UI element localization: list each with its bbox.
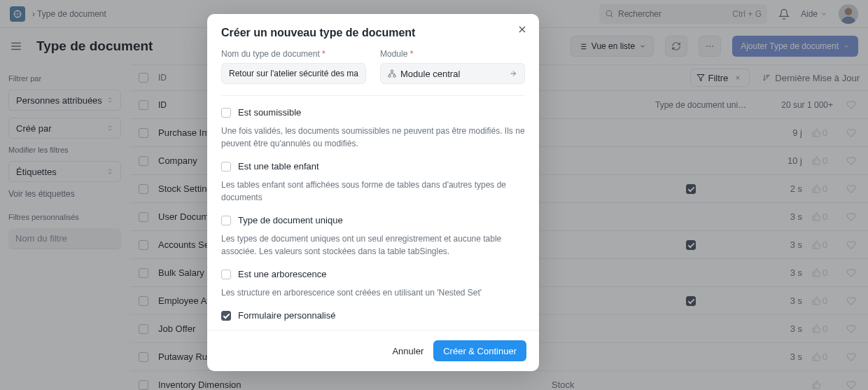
module-input[interactable]: Module central xyxy=(380,63,525,84)
unique-checkbox[interactable] xyxy=(221,216,231,225)
name-label: Nom du type de document * xyxy=(221,49,366,59)
tree-desc: Les structure en arborescence sont créée… xyxy=(221,286,525,303)
modal-title: Créer un nouveau type de document xyxy=(221,27,525,39)
tree-checkbox[interactable] xyxy=(221,270,231,279)
submissible-desc: Une fois validés, les documents soumissi… xyxy=(221,125,525,154)
child-table-checkbox[interactable] xyxy=(221,162,231,172)
create-doctype-modal: Créer un nouveau type de document Nom du… xyxy=(207,14,539,371)
svg-rect-9 xyxy=(393,75,396,77)
name-input[interactable] xyxy=(221,63,366,84)
arrow-right-icon[interactable] xyxy=(509,69,517,78)
submissible-checkbox[interactable] xyxy=(221,108,231,118)
create-continue-button[interactable]: Créer & Continuer xyxy=(433,340,526,361)
child-table-desc: Les tables enfant sont affichées sous fo… xyxy=(221,179,525,208)
svg-rect-7 xyxy=(391,70,393,72)
unique-desc: Les types de document uniques ont un seu… xyxy=(221,232,525,262)
cancel-button[interactable]: Annuler xyxy=(392,346,424,356)
custom-form-checkbox[interactable] xyxy=(221,311,231,321)
svg-rect-8 xyxy=(388,75,391,77)
close-icon[interactable] xyxy=(517,24,528,35)
sitemap-icon xyxy=(388,69,396,78)
module-label: Module * xyxy=(380,49,525,59)
